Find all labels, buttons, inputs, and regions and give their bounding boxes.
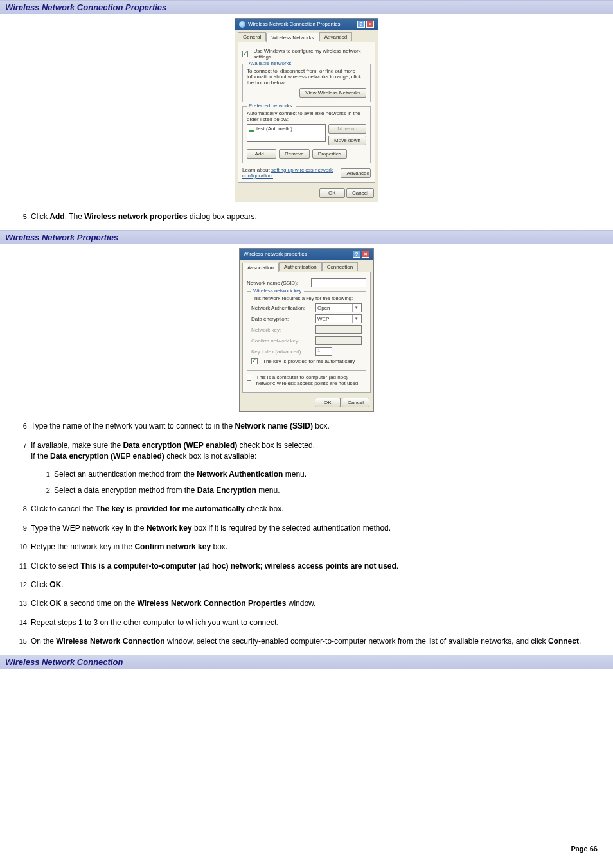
ok-button[interactable]: OK (315, 398, 341, 407)
ssid-label: Network name (SSID): (247, 280, 308, 286)
available-networks-text: To connect to, disconnect from, or find … (247, 68, 366, 85)
connection-properties-dialog: Wireless Network Connection Properties ?… (235, 18, 378, 202)
help-icon[interactable]: ? (353, 251, 360, 258)
encryption-label: Data encryption: (251, 316, 313, 322)
advanced-button[interactable]: Advanced (341, 168, 371, 178)
confirm-key-input[interactable] (315, 336, 362, 345)
preferred-networks-text: Automatically connect to available netwo… (247, 111, 366, 122)
step-8: Click to cancel the The key is provided … (31, 504, 600, 515)
step-9: Type the WEP network key in the Network … (31, 523, 600, 534)
section-heading-2: Wireless Network Properties (0, 230, 613, 244)
tab-wireless-networks[interactable]: Wireless Networks (266, 33, 319, 42)
confirm-key-label: Confirm network key: (251, 338, 313, 344)
chevron-down-icon: ▾ (352, 315, 360, 323)
close-icon[interactable]: × (366, 21, 374, 28)
dialog-titlebar: Wireless network properties ? × (240, 249, 373, 260)
authentication-select[interactable]: Open ▾ (315, 303, 362, 312)
step-7-1: Select an authentication method from the… (54, 469, 600, 480)
tab-authentication[interactable]: Authentication (279, 262, 322, 271)
preferred-networks-list[interactable]: test (Automatic) (247, 124, 326, 142)
list-item[interactable]: test (Automatic) (249, 126, 324, 132)
page-number: Page 66 (0, 826, 613, 859)
tab-general[interactable]: General (238, 32, 266, 41)
auto-key-label: The key is provided for me automatically (263, 359, 355, 364)
section-heading-1: Wireless Network Connection Properties (0, 0, 613, 14)
ok-button[interactable]: OK (319, 188, 345, 198)
encryption-select[interactable]: WEP ▾ (315, 314, 362, 323)
close-icon[interactable]: × (362, 251, 369, 258)
step-7: If available, make sure the Data encrypt… (31, 440, 600, 497)
use-windows-checkbox[interactable] (242, 51, 248, 57)
wireless-key-legend: Wireless network key (251, 288, 304, 294)
move-down-button[interactable]: Move down (328, 136, 366, 145)
section-heading-3: Wireless Network Connection (0, 655, 613, 669)
step-6: Type the name of the network you want to… (31, 421, 600, 432)
key-index-input[interactable]: 1 (315, 347, 332, 356)
ssid-input[interactable] (311, 278, 366, 287)
available-networks-legend: Available networks: (247, 60, 295, 66)
tab-connection[interactable]: Connection (322, 262, 358, 271)
chevron-down-icon: ▾ (352, 304, 360, 312)
step-11: Click to select This is a computer-to-co… (31, 561, 600, 572)
step-7-2: Select a data encryption method from the… (54, 485, 600, 496)
step-13: Click OK a second time on the Wireless N… (31, 598, 600, 609)
signal-icon (249, 127, 254, 132)
move-up-button[interactable]: Move up (328, 124, 366, 134)
step-5: Click Add. The Wireless network properti… (31, 211, 600, 222)
properties-button[interactable]: Properties (312, 149, 347, 159)
cancel-button[interactable]: Cancel (342, 398, 369, 407)
network-key-input[interactable] (315, 325, 362, 334)
tab-association[interactable]: Association (242, 263, 279, 272)
step-14: Repeat steps 1 to 3 on the other compute… (31, 617, 600, 628)
network-icon (239, 21, 245, 28)
authentication-label: Network Authentication: (251, 305, 313, 311)
step-10: Retype the network key in the Confirm ne… (31, 542, 600, 553)
learn-about-text: Learn about (242, 167, 271, 173)
network-key-label: Network key: (251, 327, 313, 333)
use-windows-label: Use Windows to configure my wireless net… (253, 48, 371, 60)
add-button[interactable]: Add... (247, 149, 276, 159)
auto-key-checkbox[interactable] (251, 358, 258, 364)
key-index-label: Key index (advanced): (251, 349, 313, 355)
dialog-titlebar: Wireless Network Connection Properties ?… (235, 19, 378, 30)
step-12: Click OK. (31, 580, 600, 590)
cancel-button[interactable]: Cancel (346, 188, 374, 198)
tab-advanced[interactable]: Advanced (319, 32, 353, 41)
adhoc-label: This is a computer-to-computer (ad hoc) … (256, 375, 366, 386)
view-wireless-networks-button[interactable]: View Wireless Networks (299, 88, 366, 98)
dialog-title: Wireless network properties (244, 251, 307, 257)
adhoc-checkbox[interactable] (247, 375, 251, 381)
network-name: test (Automatic) (256, 126, 292, 132)
remove-button[interactable]: Remove (279, 149, 310, 159)
dialog-title: Wireless Network Connection Properties (248, 21, 341, 27)
help-icon[interactable]: ? (357, 21, 365, 28)
network-properties-dialog: Wireless network properties ? × Associat… (239, 248, 374, 412)
key-intro-text: This network requires a key for the foll… (251, 296, 362, 301)
step-15: On the Wireless Network Connection windo… (31, 636, 600, 647)
preferred-networks-legend: Preferred networks: (247, 103, 296, 109)
